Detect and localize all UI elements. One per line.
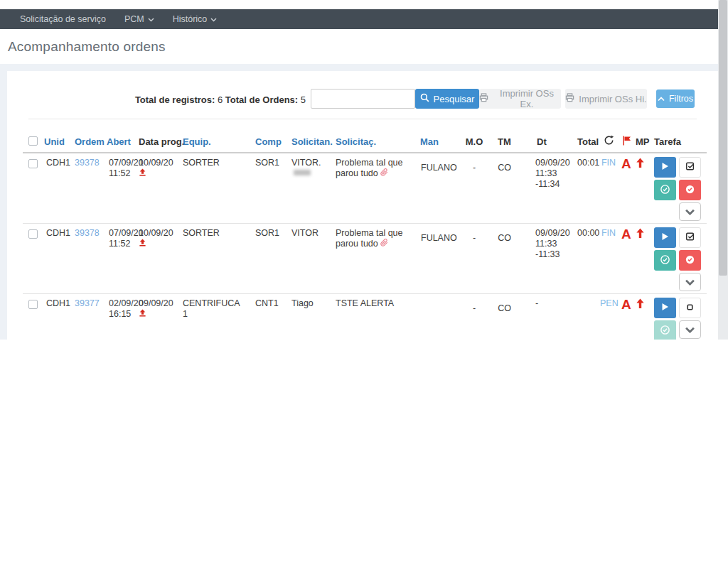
paperclip-icon[interactable] <box>380 168 388 179</box>
content-background: Total de registros: 6 Total de Ordens: 5… <box>0 64 728 340</box>
row-checkbox[interactable] <box>28 229 38 239</box>
arrow-up-icon <box>636 158 645 170</box>
priority-letter: A <box>619 228 631 241</box>
page-title: Acompanhamento ordens <box>8 39 166 55</box>
nav-item-pcm[interactable]: PCM <box>124 14 154 24</box>
cell-status: FIN <box>599 153 617 224</box>
upload-icon[interactable] <box>139 168 146 178</box>
filters-button-label: Filtros <box>669 94 693 104</box>
refresh-icon[interactable] <box>604 135 614 148</box>
order-number-link[interactable]: 39377 <box>73 294 105 340</box>
expand-row-button[interactable] <box>679 320 701 339</box>
nav-item-solicitacao[interactable]: Solicitação de serviço <box>20 14 106 24</box>
col-header-man[interactable]: Man <box>412 131 462 153</box>
cell-man: FULANO <box>412 224 462 294</box>
start-task-button[interactable] <box>654 227 676 248</box>
col-header-data-prog[interactable]: Data prog. <box>137 131 181 153</box>
col-header-total[interactable]: Total <box>576 131 599 153</box>
col-header-tm[interactable]: TM <box>485 131 523 153</box>
col-header-unid[interactable]: Unid <box>43 131 73 153</box>
cell-equip: SORTER <box>181 224 251 294</box>
cell-solicitac: Problema tal que parou tudo <box>333 224 412 294</box>
status-badge: PEN <box>600 298 617 308</box>
stop-button[interactable] <box>679 298 701 318</box>
search-button[interactable]: Pesquisar <box>415 89 479 109</box>
chevron-up-icon <box>658 94 665 104</box>
col-header-comp[interactable]: Comp <box>251 131 288 153</box>
totals-summary: Total de registros: 6 Total de Ordens: 5 <box>92 94 306 105</box>
order-number-link[interactable]: 39378 <box>73 224 105 294</box>
col-header-abert[interactable]: Abert <box>105 131 137 153</box>
filters-button[interactable]: Filtros <box>656 90 695 108</box>
cell-dt: - <box>523 294 576 340</box>
registros-value: 6 <box>218 94 223 105</box>
col-header-ordem[interactable]: Ordem <box>73 131 105 153</box>
play-icon <box>661 232 669 243</box>
finish-button[interactable] <box>679 250 701 271</box>
checklist-button[interactable] <box>679 227 701 248</box>
main-navbar: Solicitação de serviço PCM Histórico <box>0 9 728 29</box>
expand-row-button[interactable] <box>679 273 701 291</box>
cell-unid: CDH1 <box>43 294 73 340</box>
search-input[interactable] <box>311 89 415 109</box>
cell-flag: A <box>617 224 634 294</box>
orders-card: Total de registros: 6 Total de Ordens: 5… <box>7 71 718 340</box>
row-checkbox[interactable] <box>28 159 38 168</box>
vertical-scrollbar[interactable] <box>718 0 728 340</box>
col-header-mo[interactable]: M.O <box>462 131 485 153</box>
checklist-button[interactable] <box>679 157 701 178</box>
arrow-up-icon <box>636 298 645 311</box>
chevron-down-icon <box>685 277 695 288</box>
cell-unid: CDH1 <box>43 224 73 294</box>
start-task-button[interactable] <box>654 157 676 178</box>
cell-solicitac: Problema tal que parou tudo <box>333 153 412 224</box>
upload-icon[interactable] <box>139 239 146 249</box>
paperclip-icon[interactable] <box>380 239 388 249</box>
priority-letter: A <box>619 158 631 170</box>
play-icon <box>661 303 669 313</box>
expand-row-button[interactable] <box>679 202 701 221</box>
nav-item-label: Histórico <box>173 14 208 24</box>
row-checkbox[interactable] <box>28 300 38 309</box>
select-all-checkbox[interactable] <box>28 136 38 146</box>
approve-button[interactable] <box>654 180 676 200</box>
cell-data-prog: 10/09/20 <box>137 153 181 224</box>
cell-abert: 02/09/2016:15 <box>105 294 137 340</box>
start-task-button[interactable] <box>654 298 676 318</box>
finish-button[interactable] <box>679 180 701 200</box>
scrollbar-thumb[interactable] <box>719 0 727 276</box>
nav-item-historico[interactable]: Histórico <box>173 14 218 24</box>
cell-comp: CNT1 <box>251 294 288 340</box>
cell-abert: 07/09/2011:52 <box>105 153 137 224</box>
cell-tm: CO <box>485 153 523 224</box>
cell-mp <box>634 224 650 294</box>
play-icon <box>661 162 669 173</box>
status-badge: FIN <box>600 158 617 168</box>
registros-label: Total de registros: <box>135 94 215 105</box>
approve-button[interactable] <box>654 250 676 271</box>
cell-mp <box>634 153 650 224</box>
col-header-solicitac[interactable]: Solicitaç. <box>333 131 412 153</box>
col-header-solicitan[interactable]: Solicitan. <box>288 131 333 153</box>
order-number-link[interactable]: 39378 <box>73 153 105 224</box>
col-header-refresh[interactable] <box>599 131 617 153</box>
printer-icon <box>565 93 574 104</box>
col-header-equip[interactable]: Equip. <box>181 131 251 153</box>
print-os-hi-button[interactable]: Imprimir OSs Hi. <box>565 89 647 109</box>
col-header-dt[interactable]: Dt <box>523 131 576 153</box>
col-header-tarefa[interactable]: Tarefa <box>650 131 707 153</box>
cell-status: PEN <box>599 294 617 340</box>
orders-table: Unid Ordem Abert Data prog. Equip. Comp … <box>23 131 707 340</box>
title-bar: Acompanhamento ordens <box>0 29 728 64</box>
upload-icon[interactable] <box>139 309 146 319</box>
cell-tarefa <box>650 153 707 224</box>
cell-solicitan: VITOR <box>288 224 333 294</box>
print-os-ex-button[interactable]: Imprimir OSs Ex. <box>479 89 561 109</box>
cell-flag: A <box>617 153 634 224</box>
ordens-value: 5 <box>301 94 306 105</box>
col-header-flag[interactable] <box>617 131 634 153</box>
cell-dt: 09/09/2011:33 -11:34 <box>523 153 576 224</box>
priority-letter: A <box>619 298 631 311</box>
cell-comp: SOR1 <box>251 224 288 294</box>
col-header-mp[interactable]: MP <box>634 131 650 153</box>
